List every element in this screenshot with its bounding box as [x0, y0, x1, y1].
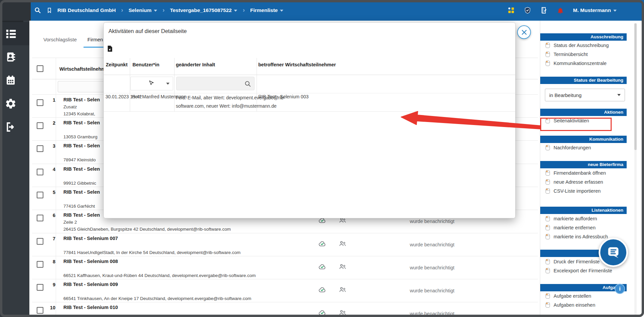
column-header-inhalt: geänderter Inhalt [176, 62, 215, 67]
chevron-down-icon [617, 94, 621, 96]
mouse-click-icon [546, 293, 550, 299]
mouse-click-icon [546, 118, 550, 123]
sidebar-item-contacts[interactable] [0, 45, 29, 69]
mouse-click-icon [546, 52, 550, 57]
panel-item-kommunikationszentrale[interactable]: Kommunikationszentrale [540, 59, 634, 68]
topbar-corner [0, 0, 31, 21]
calendar-icon [5, 74, 17, 86]
table-row[interactable]: 10 RIB Test - Selenium 010 wurde benachr… [32, 302, 538, 317]
chat-fab-button[interactable] [599, 238, 628, 267]
user-menu[interactable]: M. Mustermann [573, 7, 617, 13]
scrollbar-thumb[interactable] [634, 23, 637, 150]
panel-item-csv-liste-importieren[interactable]: CSV-Liste importieren [540, 186, 634, 195]
column-header-benutzer: Benutzer*in [132, 62, 159, 67]
mouse-click-icon [546, 268, 550, 273]
mouse-click-icon [546, 302, 550, 308]
section-ausschreibung: Ausschreibung Status der Ausschreibung T… [540, 33, 634, 68]
dialog-table-border [104, 75, 515, 75]
chevron-down-icon [154, 10, 157, 12]
panel-item-status-der-ausschreibung[interactable]: Status der Ausschreibung [540, 41, 634, 50]
mouse-click-icon [546, 145, 550, 150]
select-all-checkbox[interactable] [37, 65, 43, 72]
sidebar-item-calendar[interactable] [0, 69, 29, 92]
chevron-down-icon [613, 10, 617, 12]
section-listenaktionen: Listenaktionen markierte auffordern mark… [540, 207, 634, 241]
section-status-der-bearbeitung: Status der Bearbeitung in Bearbeitung [540, 77, 634, 101]
panel-item-neue-adresse-erfassen[interactable]: neue Adresse erfassen [540, 177, 634, 186]
export-document-icon[interactable] [107, 45, 113, 53]
app-window: RIB Deutschland GmbH › Selenium › Testve… [0, 0, 644, 317]
mouse-click-icon [546, 179, 550, 185]
panel-item-excelexport-der-firmenliste[interactable]: Excelexport der Firmenliste [540, 266, 634, 275]
dialog-title: Aktivitäten auf dieser Detailseite [108, 28, 187, 34]
panel-item-markierte-entfernen[interactable]: markierte entfernen [540, 223, 634, 232]
chevron-down-icon [166, 83, 170, 85]
panel-item-markierte-auffordern[interactable]: markierte auffordern [540, 214, 634, 223]
panel-scrollbar[interactable] [634, 23, 637, 315]
group-icon [339, 264, 346, 271]
breadcrumb-root[interactable]: RIB Deutschland GmbH [57, 7, 116, 13]
left-sidebar [0, 0, 29, 317]
inhalt-filter-input[interactable] [176, 77, 255, 90]
panel-item-aufgaben-einsehen[interactable]: Aufgaben einsehen [540, 300, 634, 309]
panel-item-firmendatenbank-oeffnen[interactable]: Firmendatenbank öffnen [540, 168, 634, 177]
dialog-column-divider [130, 58, 130, 111]
sidebar-item-list[interactable] [0, 22, 29, 45]
section-header: Aufgaben [540, 284, 627, 291]
dialog-column-divider [174, 58, 175, 111]
dialog-table-border [104, 111, 515, 112]
breadcrumb-firmenliste[interactable]: Firmenliste [250, 7, 284, 13]
right-action-panel: Ausschreibung Status der Ausschreibung T… [540, 21, 634, 317]
group-icon [339, 217, 346, 225]
apps-grid-icon[interactable] [508, 7, 515, 14]
breadcrumb-selenium[interactable]: Selenium [128, 7, 157, 13]
section-header: Status der Bearbeitung [540, 77, 627, 84]
section-header: Ausschreibung [540, 33, 627, 41]
activities-dialog: Aktivitäten auf dieser Detailseite Zeitp… [103, 22, 516, 218]
bookmark-icon[interactable] [46, 7, 53, 14]
mouse-click-icon [546, 216, 550, 221]
chat-bubble-icon [606, 245, 621, 260]
column-header-wirtschaftsteilnehmer: Wirtschaftsteilnehmer [59, 66, 110, 72]
breadcrumb-testvergabe[interactable]: Testvergabe_1675087522 [170, 7, 237, 13]
section-header: Listenaktionen [540, 207, 627, 214]
panel-item-terminuebersicht[interactable]: Terminübersicht [540, 50, 634, 59]
table-row[interactable]: 7 RIB Test - Selenium 007 77841 HaseUndI… [32, 233, 538, 256]
dialog-close-button[interactable] [517, 25, 531, 39]
mouse-click-icon [546, 259, 550, 264]
documentation-book-icon[interactable] [540, 6, 548, 14]
group-icon [339, 287, 346, 294]
panel-item-nachforderungen[interactable]: Nachforderungen [540, 143, 634, 152]
benutzer-filter-dropdown[interactable] [130, 77, 173, 90]
search-icon[interactable] [34, 7, 41, 14]
cloud-check-icon [318, 286, 326, 294]
group-icon [339, 310, 346, 317]
cloud-check-icon [318, 240, 326, 248]
chevron-down-icon [234, 10, 237, 12]
sidebar-item-settings[interactable] [0, 92, 29, 115]
close-icon [521, 29, 528, 36]
mouse-click-icon [546, 61, 550, 66]
mouse-cursor [148, 80, 154, 87]
bearbeitung-status-dropdown[interactable]: in Bearbeitung [545, 89, 625, 101]
sidebar-item-logout[interactable] [0, 115, 29, 139]
cloud-check-icon [318, 309, 326, 317]
table-row[interactable]: 9 RIB Test - Selenium 009 66541 Trinkhau… [32, 279, 538, 302]
notifications-bell-icon[interactable] [557, 7, 564, 14]
logout-icon [5, 121, 17, 133]
tab-vorschlagsliste[interactable]: Vorschlagsliste [43, 37, 77, 42]
mouse-click-icon [546, 234, 550, 239]
breadcrumb-separator: › [121, 6, 123, 14]
tab-firmen[interactable]: Firmen [87, 37, 103, 42]
mouse-click-icon [546, 170, 550, 176]
table-row[interactable]: 8 RIB Test - Selenium 008 66521 Kaffhaus… [32, 256, 538, 279]
info-badge-icon[interactable]: i [615, 284, 625, 294]
section-neue-bieterfirma: neue Bieterfirma Firmendatenbank öffnen … [540, 161, 634, 195]
gear-icon [5, 98, 17, 110]
panel-item-seitenaktivitaeten[interactable]: Seitenaktivitäten [540, 116, 634, 125]
mouse-click-icon [546, 225, 550, 230]
section-header: Aktionen [540, 109, 627, 116]
search-icon [244, 80, 251, 87]
top-navigation-bar: RIB Deutschland GmbH › Selenium › Testve… [0, 0, 644, 21]
vergabe-badge-icon[interactable] [524, 6, 531, 14]
